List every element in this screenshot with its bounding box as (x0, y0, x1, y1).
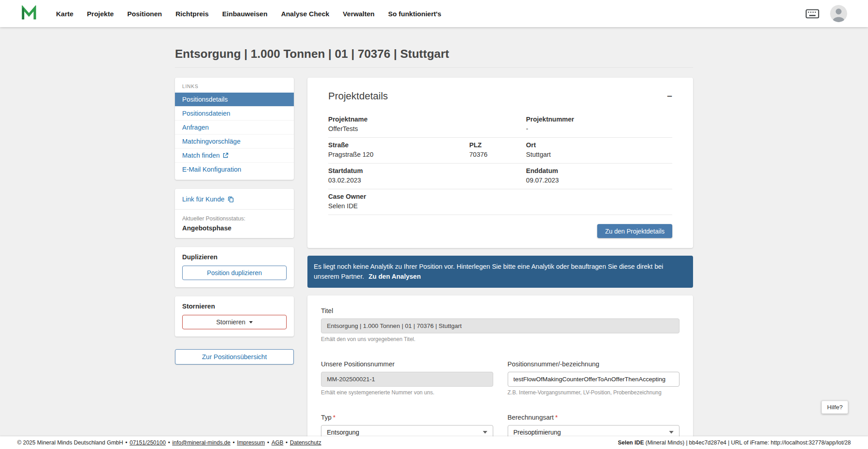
positionsnummer-input (321, 372, 493, 387)
titel-input (321, 318, 679, 333)
collapse-button[interactable]: − (667, 92, 672, 101)
positionsnummer-helper: Erhält eine systemgenerierte Nummer von … (321, 389, 493, 396)
nav-item-projekte[interactable]: Projekte (87, 10, 113, 18)
project-actions: Zu den Projektdetails (328, 224, 672, 238)
project-details-heading: Projektdetails (328, 90, 388, 102)
externe-positionsnummer-label: Positionsnummer/-bezeichnung (508, 360, 680, 368)
banner-analyses-link[interactable]: Zu den Analysen (368, 273, 420, 280)
session-info: Selen IDE (Mineral Minds) | bb4ec7d287e4… (618, 440, 851, 446)
ort-label: Ort (526, 141, 672, 149)
help-button[interactable]: Hilfe? (821, 401, 848, 414)
content-columns: LINKS Positionsdetails Positionsdateien … (175, 78, 693, 449)
footer-datenschutz-link[interactable]: Datenschutz (290, 440, 321, 446)
keyboard-icon[interactable] (806, 9, 819, 19)
footer-impressum-link[interactable]: Impressum (237, 440, 265, 446)
sidebar-item-positionsdetails[interactable]: Positionsdetails (175, 93, 294, 106)
analytics-banner-text: Es liegt noch keine Analytik zu Ihrer Po… (314, 263, 663, 280)
page-title: Entsorgung | 1.000 Tonnen | 01 | 70376 |… (175, 47, 693, 61)
projektname-value: OfferTests (328, 125, 526, 132)
titel-label: Titel (321, 307, 679, 314)
project-details-table: Projektname OfferTests Projektnummer - S… (328, 112, 672, 215)
startdatum-label: Startdatum (328, 167, 526, 174)
enddatum-label: Enddatum (526, 167, 672, 174)
footer-phone-link[interactable]: 07151/250100 (130, 440, 166, 446)
cancel-title: Stornieren (182, 303, 287, 310)
berechnungsart-select-value: Preisoptimierung (514, 429, 561, 436)
footer-agb-link[interactable]: AGB (271, 440, 283, 446)
copyright-text: © 2025 Mineral Minds Deutschland GmbH (17, 440, 123, 446)
nav-item-richtpreis[interactable]: Richtpreis (175, 10, 208, 18)
table-row: Projektname OfferTests Projektnummer - (328, 112, 672, 138)
caret-down-icon (249, 321, 253, 323)
sidebar-item-match-finden[interactable]: Match finden (175, 148, 294, 162)
externe-positionsnummer-field: Positionsnummer/-bezeichnung Z.B. Intern… (508, 360, 680, 396)
table-row: Startdatum 03.02.2023 Enddatum 09.07.202… (328, 164, 672, 189)
separator: • (267, 440, 269, 446)
projektnummer-value: - (526, 125, 672, 132)
project-details-button[interactable]: Zu den Projektdetails (597, 224, 672, 238)
page-container: Entsorgung | 1.000 Tonnen | 01 | 70376 |… (175, 27, 693, 449)
mineral-minds-logo[interactable] (21, 5, 37, 22)
typ-select-value: Entsorgung (327, 429, 359, 436)
projektnummer-label: Projektnummer (526, 116, 672, 123)
plz-value: 70376 (469, 151, 526, 158)
cancel-card: Stornieren Stornieren (175, 296, 294, 337)
sidebar-item-positionsdateien[interactable]: Positionsdateien (175, 106, 294, 120)
cancel-position-button-label: Stornieren (216, 318, 245, 326)
form-row: Unsere Positionsnummer Erhält eine syste… (321, 360, 679, 396)
sidebar: LINKS Positionsdetails Positionsdateien … (175, 78, 294, 365)
customer-link-label: Link für Kunde (182, 196, 225, 203)
enddatum-value: 09.07.2023 (526, 177, 672, 184)
project-details-card: Projektdetails − Projektname OfferTests … (307, 78, 693, 248)
separator: • (233, 440, 235, 446)
positionsnummer-field: Unsere Positionsnummer Erhält eine syste… (321, 360, 493, 396)
copy-icon (228, 196, 234, 203)
sidebar-item-email-konfiguration[interactable]: E-Mail Konfiguration (175, 162, 294, 176)
customer-link[interactable]: Link für Kunde (182, 196, 234, 203)
nav-item-verwalten[interactable]: Verwalten (343, 10, 374, 18)
duplicate-position-button[interactable]: Position duplizieren (182, 266, 287, 280)
startdatum-value: 03.02.2023 (328, 177, 526, 184)
title-divider (175, 67, 693, 68)
separator: • (286, 440, 288, 446)
mineral-minds-logo-icon (21, 5, 37, 22)
required-asterisk: * (333, 414, 335, 421)
table-row: Straße Pragstraße 120 PLZ 70376 Ort Stut… (328, 138, 672, 164)
strasse-value: Pragstraße 120 (328, 151, 469, 158)
links-card-header: LINKS (175, 78, 294, 93)
case-owner-label: Case Owner (328, 193, 672, 200)
duplicate-card: Duplizieren Position duplizieren (175, 247, 294, 287)
strasse-label: Straße (328, 141, 469, 149)
externe-positionsnummer-input[interactable] (508, 372, 680, 387)
externe-positionsnummer-helper: Z.B. Interne-Vorgangsnummer, LV-Position… (508, 389, 680, 396)
nav-item-positionen[interactable]: Positionen (127, 10, 162, 18)
sidebar-item-match-finden-label: Match finden (182, 152, 220, 159)
separator: • (168, 440, 170, 446)
nav-links: Karte Projekte Positionen Richtpreis Ein… (56, 10, 806, 18)
case-owner-value: Selen IDE (328, 202, 672, 210)
sidebar-item-anfragen[interactable]: Anfragen (175, 120, 294, 134)
berechnungsart-label: Berechnungsart* (508, 414, 680, 421)
typ-label: Typ* (321, 414, 493, 421)
user-avatar[interactable] (830, 5, 847, 22)
footer-email-link[interactable]: info@mineral-minds.de (172, 440, 231, 446)
projektname-label: Projektname (328, 116, 526, 123)
sidebar-item-matchingvorschlaege[interactable]: Matchingvorschläge (175, 134, 294, 148)
position-status-value: Angebotsphase (182, 224, 287, 232)
nav-item-so-funktionierts[interactable]: So funktioniert's (388, 10, 441, 18)
chevron-down-icon (669, 431, 674, 434)
card-divider (175, 209, 294, 210)
cancel-position-button[interactable]: Stornieren (182, 315, 287, 329)
nav-item-analyse-check[interactable]: Analyse Check (281, 10, 330, 18)
ort-value: Stuttgart (526, 151, 672, 158)
project-details-header: Projektdetails − (328, 90, 672, 102)
nav-item-karte[interactable]: Karte (56, 10, 73, 18)
positionsnummer-label: Unsere Positionsnummer (321, 360, 493, 368)
position-overview-button[interactable]: Zur Positionsübersicht (175, 349, 294, 365)
customer-status-card: Link für Kunde Aktueller Positionsstatus… (175, 189, 294, 238)
navbar: Karte Projekte Positionen Richtpreis Ein… (0, 0, 868, 27)
separator: • (125, 440, 127, 446)
session-details: (Mineral Minds) | bb4ec7d287e4 | URL of … (644, 440, 851, 446)
nav-item-einbauweisen[interactable]: Einbauweisen (222, 10, 268, 18)
navbar-right (806, 5, 847, 22)
